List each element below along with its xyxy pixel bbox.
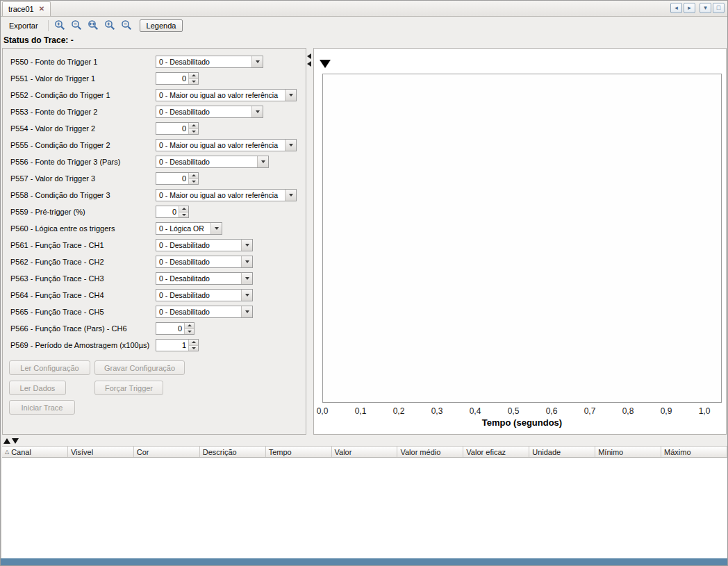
chevron-down-icon xyxy=(285,140,296,151)
trigger-position-marker-icon[interactable] xyxy=(320,60,331,68)
zoom-in-icon[interactable] xyxy=(53,19,68,33)
scroll-left-button[interactable]: ◂ xyxy=(670,3,682,13)
spinner-up-button[interactable] xyxy=(179,206,188,212)
column-header-label: Unidade xyxy=(532,448,561,456)
bottom-panel-collapse-control[interactable] xyxy=(3,437,19,445)
column-header-5[interactable]: Valor xyxy=(332,447,398,457)
column-header-0[interactable]: △Canal xyxy=(2,447,68,457)
p560-select[interactable]: 0 - Lógica OR xyxy=(156,222,222,235)
p550-select[interactable]: 0 - Desabilitado xyxy=(156,56,263,68)
export-button[interactable]: Exportar xyxy=(3,19,44,32)
chart-plot-area[interactable] xyxy=(322,74,722,403)
splitter-collapse-control[interactable] xyxy=(307,53,311,67)
column-header-8[interactable]: Unidade xyxy=(529,447,595,457)
legend-button[interactable]: Legenda xyxy=(140,19,183,32)
p565-select[interactable]: 0 - Desabilitado xyxy=(156,306,253,318)
p550-selected-value: 0 - Desabilitado xyxy=(156,58,251,66)
p559-spinner[interactable]: 0 xyxy=(156,206,189,218)
p554-spinner[interactable]: 0 xyxy=(156,122,199,135)
zoom-y-icon[interactable] xyxy=(119,19,135,33)
column-header-label: Máximo xyxy=(664,448,691,456)
parameter-row: P562 - Função Trace - CH20 - Desabilitad… xyxy=(3,253,306,270)
p555-selected-value: 0 - Maior ou igual ao valor referência xyxy=(156,141,285,149)
tab-list-button[interactable]: ▾ xyxy=(700,3,711,13)
x-tick-label: 0,7 xyxy=(579,406,600,416)
p569-value: 1 xyxy=(156,340,188,351)
spinner-up-button[interactable] xyxy=(189,340,198,345)
start-trace-button[interactable]: Iniciar Trace xyxy=(9,400,75,415)
maximize-button[interactable]: □ xyxy=(713,3,725,13)
window-controls: ◂▸▾□ xyxy=(670,3,725,13)
x-tick-label: 0,6 xyxy=(541,406,562,416)
scroll-right-button[interactable]: ▸ xyxy=(684,3,695,13)
p569-spinner[interactable]: 1 xyxy=(156,339,199,351)
tab-close-icon[interactable]: ✕ xyxy=(39,6,44,13)
spinner-down-button[interactable] xyxy=(189,178,198,185)
zoom-x-icon[interactable] xyxy=(103,19,118,33)
trace-window: trace01 ✕ ◂▸▾□ Exportar Legenda Status d… xyxy=(0,0,728,566)
spinner-up-button[interactable] xyxy=(189,173,198,178)
column-header-2[interactable]: Cor xyxy=(134,447,200,457)
sort-ascending-icon: △ xyxy=(5,449,9,455)
p554-value: 0 xyxy=(156,123,188,134)
read-data-button[interactable]: Ler Dados xyxy=(9,381,66,395)
p562-label: P562 - Função Trace - CH2 xyxy=(10,258,156,266)
spinner-down-button[interactable] xyxy=(189,128,198,135)
panel-splitter[interactable] xyxy=(306,48,313,435)
spinner-down-button[interactable] xyxy=(179,212,188,218)
p552-select[interactable]: 0 - Maior ou igual ao valor referência xyxy=(156,89,297,101)
x-tick-label: 0,9 xyxy=(656,406,677,416)
column-header-10[interactable]: Máximo xyxy=(661,447,727,457)
spinner-up-button[interactable] xyxy=(185,323,194,328)
column-header-label: Valor xyxy=(335,448,352,456)
spinner-up-button[interactable] xyxy=(189,73,198,78)
p553-select[interactable]: 0 - Desabilitado xyxy=(156,106,263,118)
read-config-button[interactable]: Ler Configuração xyxy=(9,360,90,375)
column-header-6[interactable]: Valor médio xyxy=(397,447,463,457)
p558-label: P558 - Condição do Trigger 3 xyxy=(10,191,156,199)
parameter-row: P556 - Fonte do Trigger 3 (Pars)0 - Desa… xyxy=(3,153,306,170)
chevron-down-icon xyxy=(241,256,252,267)
column-header-label: Valor eficaz xyxy=(466,448,506,456)
p551-spinner[interactable]: 0 xyxy=(156,72,199,85)
column-header-3[interactable]: Descrição xyxy=(200,447,266,457)
tab-trace01[interactable]: trace01 ✕ xyxy=(2,1,51,16)
x-tick-label: 0,5 xyxy=(503,406,524,416)
p555-select[interactable]: 0 - Maior ou igual ao valor referência xyxy=(156,139,297,151)
spinner-down-button[interactable] xyxy=(189,345,198,351)
p562-select[interactable]: 0 - Desabilitado xyxy=(156,256,253,268)
p560-label: P560 - Lógica entre os triggers xyxy=(10,224,156,233)
column-header-7[interactable]: Valor eficaz xyxy=(463,447,529,457)
parameter-row: P565 - Função Trace - CH50 - Desabilitad… xyxy=(3,303,306,320)
p559-value: 0 xyxy=(156,206,179,217)
p565-label: P565 - Função Trace - CH5 xyxy=(10,308,156,316)
p564-select[interactable]: 0 - Desabilitado xyxy=(156,289,253,301)
column-header-label: Visível xyxy=(71,448,93,456)
p557-label: P557 - Valor do Trigger 3 xyxy=(10,174,156,183)
x-tick-label: 0,4 xyxy=(465,406,486,416)
force-trigger-button[interactable]: Forçar Trigger xyxy=(94,381,163,395)
column-header-9[interactable]: Mínimo xyxy=(595,447,661,457)
parameter-row: P558 - Condição do Trigger 30 - Maior ou… xyxy=(3,187,306,203)
write-config-button[interactable]: Gravar Configuração xyxy=(94,360,185,375)
column-header-4[interactable]: Tempo xyxy=(266,447,332,457)
p556-selected-value: 0 - Desabilitado xyxy=(156,158,257,166)
p563-select[interactable]: 0 - Desabilitado xyxy=(156,272,253,285)
p557-spinner[interactable]: 0 xyxy=(156,172,199,185)
p561-select[interactable]: 0 - Desabilitado xyxy=(156,239,253,251)
p565-selected-value: 0 - Desabilitado xyxy=(156,308,241,316)
p569-label: P569 - Período de Amostragem (x100µs) xyxy=(10,341,156,349)
p556-select[interactable]: 0 - Desabilitado xyxy=(156,156,269,168)
zoom-out-icon[interactable] xyxy=(69,19,85,33)
p566-label: P566 - Função Trace (Pars) - CH6 xyxy=(10,324,156,333)
spinner-up-button[interactable] xyxy=(189,123,198,128)
spinner-down-button[interactable] xyxy=(185,328,194,335)
zoom-fit-icon[interactable] xyxy=(86,19,101,33)
p558-select[interactable]: 0 - Maior ou igual ao valor referência xyxy=(156,189,297,201)
x-tick-label: 1,0 xyxy=(694,406,715,416)
spinner-down-button[interactable] xyxy=(189,78,198,85)
column-header-1[interactable]: Visível xyxy=(68,447,134,457)
chevron-down-icon xyxy=(285,90,296,101)
p566-spinner[interactable]: 0 xyxy=(156,322,195,335)
parameter-row: P564 - Função Trace - CH40 - Desabilitad… xyxy=(3,287,306,303)
